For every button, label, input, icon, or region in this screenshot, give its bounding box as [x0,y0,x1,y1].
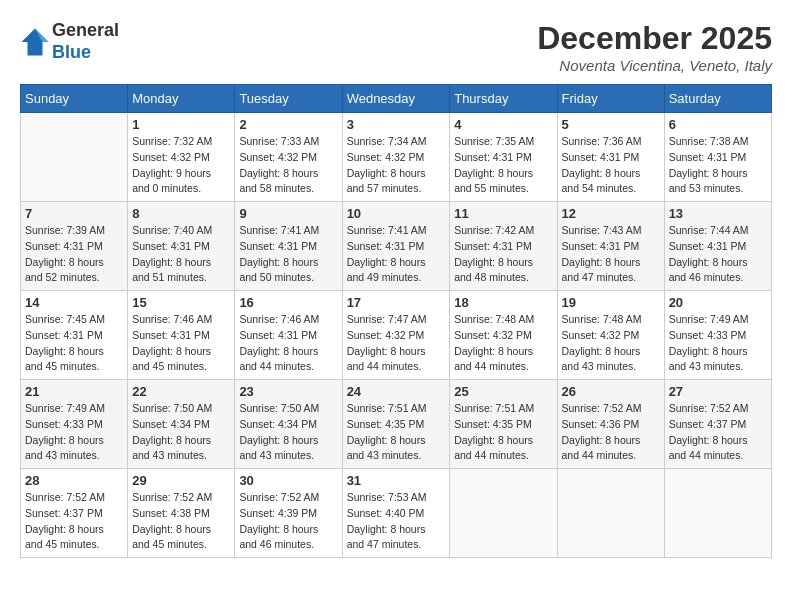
day-number: 18 [454,295,552,310]
logo-blue-text: Blue [52,42,119,64]
calendar-cell: 19Sunrise: 7:48 AMSunset: 4:32 PMDayligh… [557,291,664,380]
week-row-2: 7Sunrise: 7:39 AMSunset: 4:31 PMDaylight… [21,202,772,291]
calendar-cell: 24Sunrise: 7:51 AMSunset: 4:35 PMDayligh… [342,380,450,469]
day-info: Sunrise: 7:41 AMSunset: 4:31 PMDaylight:… [239,223,337,286]
calendar-cell: 13Sunrise: 7:44 AMSunset: 4:31 PMDayligh… [664,202,771,291]
day-number: 29 [132,473,230,488]
day-number: 10 [347,206,446,221]
calendar-cell [450,469,557,558]
weekday-header-wednesday: Wednesday [342,85,450,113]
day-number: 21 [25,384,123,399]
day-number: 5 [562,117,660,132]
calendar-cell [557,469,664,558]
day-info: Sunrise: 7:52 AMSunset: 4:37 PMDaylight:… [25,490,123,553]
day-number: 26 [562,384,660,399]
calendar-cell: 14Sunrise: 7:45 AMSunset: 4:31 PMDayligh… [21,291,128,380]
day-info: Sunrise: 7:35 AMSunset: 4:31 PMDaylight:… [454,134,552,197]
day-number: 6 [669,117,767,132]
calendar-cell: 22Sunrise: 7:50 AMSunset: 4:34 PMDayligh… [128,380,235,469]
week-row-3: 14Sunrise: 7:45 AMSunset: 4:31 PMDayligh… [21,291,772,380]
day-number: 16 [239,295,337,310]
calendar-cell: 9Sunrise: 7:41 AMSunset: 4:31 PMDaylight… [235,202,342,291]
weekday-header-thursday: Thursday [450,85,557,113]
day-number: 4 [454,117,552,132]
calendar-cell: 2Sunrise: 7:33 AMSunset: 4:32 PMDaylight… [235,113,342,202]
calendar-cell: 6Sunrise: 7:38 AMSunset: 4:31 PMDaylight… [664,113,771,202]
calendar-cell: 4Sunrise: 7:35 AMSunset: 4:31 PMDaylight… [450,113,557,202]
calendar-cell: 23Sunrise: 7:50 AMSunset: 4:34 PMDayligh… [235,380,342,469]
day-info: Sunrise: 7:34 AMSunset: 4:32 PMDaylight:… [347,134,446,197]
calendar-cell: 11Sunrise: 7:42 AMSunset: 4:31 PMDayligh… [450,202,557,291]
day-number: 19 [562,295,660,310]
day-info: Sunrise: 7:52 AMSunset: 4:36 PMDaylight:… [562,401,660,464]
day-number: 8 [132,206,230,221]
day-number: 9 [239,206,337,221]
day-number: 22 [132,384,230,399]
day-number: 7 [25,206,123,221]
calendar-cell: 5Sunrise: 7:36 AMSunset: 4:31 PMDaylight… [557,113,664,202]
day-info: Sunrise: 7:51 AMSunset: 4:35 PMDaylight:… [347,401,446,464]
logo-icon [20,27,50,57]
day-info: Sunrise: 7:50 AMSunset: 4:34 PMDaylight:… [132,401,230,464]
day-info: Sunrise: 7:47 AMSunset: 4:32 PMDaylight:… [347,312,446,375]
day-info: Sunrise: 7:51 AMSunset: 4:35 PMDaylight:… [454,401,552,464]
day-number: 14 [25,295,123,310]
day-number: 24 [347,384,446,399]
calendar-cell [21,113,128,202]
weekday-header-saturday: Saturday [664,85,771,113]
calendar-cell: 30Sunrise: 7:52 AMSunset: 4:39 PMDayligh… [235,469,342,558]
weekday-header-friday: Friday [557,85,664,113]
week-row-5: 28Sunrise: 7:52 AMSunset: 4:37 PMDayligh… [21,469,772,558]
day-number: 2 [239,117,337,132]
day-info: Sunrise: 7:40 AMSunset: 4:31 PMDaylight:… [132,223,230,286]
day-number: 1 [132,117,230,132]
calendar-cell: 1Sunrise: 7:32 AMSunset: 4:32 PMDaylight… [128,113,235,202]
day-number: 11 [454,206,552,221]
weekday-header-sunday: Sunday [21,85,128,113]
page-header: General Blue December 2025 Noventa Vicen… [20,20,772,74]
calendar-cell: 20Sunrise: 7:49 AMSunset: 4:33 PMDayligh… [664,291,771,380]
day-info: Sunrise: 7:46 AMSunset: 4:31 PMDaylight:… [239,312,337,375]
calendar-cell: 12Sunrise: 7:43 AMSunset: 4:31 PMDayligh… [557,202,664,291]
weekday-header-tuesday: Tuesday [235,85,342,113]
day-number: 28 [25,473,123,488]
calendar-cell: 10Sunrise: 7:41 AMSunset: 4:31 PMDayligh… [342,202,450,291]
day-info: Sunrise: 7:33 AMSunset: 4:32 PMDaylight:… [239,134,337,197]
logo: General Blue [20,20,119,63]
day-info: Sunrise: 7:39 AMSunset: 4:31 PMDaylight:… [25,223,123,286]
day-info: Sunrise: 7:49 AMSunset: 4:33 PMDaylight:… [669,312,767,375]
weekday-header-monday: Monday [128,85,235,113]
location-text: Noventa Vicentina, Veneto, Italy [537,57,772,74]
calendar-cell: 31Sunrise: 7:53 AMSunset: 4:40 PMDayligh… [342,469,450,558]
day-info: Sunrise: 7:46 AMSunset: 4:31 PMDaylight:… [132,312,230,375]
week-row-4: 21Sunrise: 7:49 AMSunset: 4:33 PMDayligh… [21,380,772,469]
day-info: Sunrise: 7:45 AMSunset: 4:31 PMDaylight:… [25,312,123,375]
day-number: 20 [669,295,767,310]
calendar-cell: 8Sunrise: 7:40 AMSunset: 4:31 PMDaylight… [128,202,235,291]
day-number: 13 [669,206,767,221]
day-number: 17 [347,295,446,310]
day-info: Sunrise: 7:53 AMSunset: 4:40 PMDaylight:… [347,490,446,553]
calendar-cell: 28Sunrise: 7:52 AMSunset: 4:37 PMDayligh… [21,469,128,558]
weekday-header-row: SundayMondayTuesdayWednesdayThursdayFrid… [21,85,772,113]
calendar-cell: 29Sunrise: 7:52 AMSunset: 4:38 PMDayligh… [128,469,235,558]
day-info: Sunrise: 7:44 AMSunset: 4:31 PMDaylight:… [669,223,767,286]
day-number: 12 [562,206,660,221]
day-info: Sunrise: 7:43 AMSunset: 4:31 PMDaylight:… [562,223,660,286]
day-number: 27 [669,384,767,399]
day-info: Sunrise: 7:52 AMSunset: 4:37 PMDaylight:… [669,401,767,464]
day-number: 3 [347,117,446,132]
day-info: Sunrise: 7:48 AMSunset: 4:32 PMDaylight:… [562,312,660,375]
day-info: Sunrise: 7:52 AMSunset: 4:38 PMDaylight:… [132,490,230,553]
day-number: 30 [239,473,337,488]
day-number: 23 [239,384,337,399]
day-info: Sunrise: 7:48 AMSunset: 4:32 PMDaylight:… [454,312,552,375]
day-info: Sunrise: 7:52 AMSunset: 4:39 PMDaylight:… [239,490,337,553]
title-block: December 2025 Noventa Vicentina, Veneto,… [537,20,772,74]
day-info: Sunrise: 7:41 AMSunset: 4:31 PMDaylight:… [347,223,446,286]
day-info: Sunrise: 7:38 AMSunset: 4:31 PMDaylight:… [669,134,767,197]
calendar-cell: 15Sunrise: 7:46 AMSunset: 4:31 PMDayligh… [128,291,235,380]
day-info: Sunrise: 7:50 AMSunset: 4:34 PMDaylight:… [239,401,337,464]
logo-general-text: General [52,20,119,42]
week-row-1: 1Sunrise: 7:32 AMSunset: 4:32 PMDaylight… [21,113,772,202]
